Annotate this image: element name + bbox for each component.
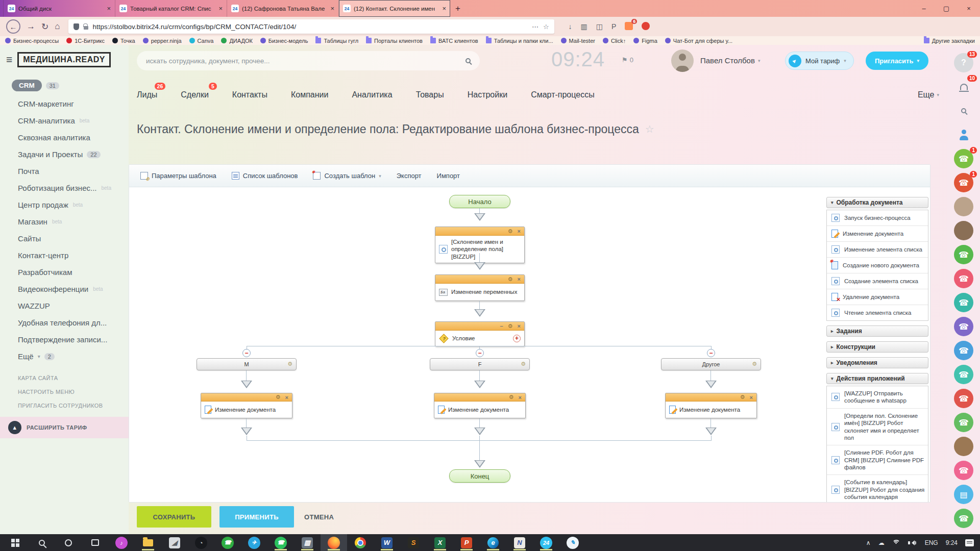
chrome[interactable] xyxy=(347,534,374,551)
sidebar-item[interactable]: CRM-маркетинг xyxy=(0,95,129,112)
browser-tab[interactable]: 24 Общий диск × xyxy=(3,0,115,17)
tray-chevron-icon[interactable]: ∧ xyxy=(866,539,871,546)
node-delete-icon[interactable]: × xyxy=(519,394,522,400)
branch-settings-gear-icon[interactable]: ⚙ xyxy=(521,361,526,367)
work-time-clock[interactable]: 09:24 xyxy=(551,48,605,71)
edge[interactable]: e xyxy=(480,534,506,551)
chat-contact-button[interactable] xyxy=(954,221,973,240)
sidebar-item[interactable]: WAZZUP xyxy=(0,297,129,314)
activity-list-item[interactable]: [Определи пол. Склонение имён] [BIZZUP] … xyxy=(827,409,928,446)
bp-node-condition[interactable]: – ⚙ × Условие + xyxy=(435,321,525,346)
sidebar-toggle-icon[interactable]: ◫ xyxy=(596,22,603,31)
panel-section-notifications[interactable]: ▸ Уведомления xyxy=(826,357,928,368)
bp-node-edit-document[interactable]: ⚙ × Изменение документа xyxy=(434,393,526,418)
firefox[interactable] xyxy=(321,534,347,551)
branch-settings-gear-icon[interactable]: ⚙ xyxy=(287,361,292,367)
cortana[interactable] xyxy=(55,534,82,551)
sidebar-item[interactable]: Разработчикам xyxy=(0,264,129,281)
crm-nav-item[interactable]: Лиды 26 xyxy=(137,90,157,99)
node-delete-icon[interactable]: × xyxy=(518,228,521,234)
tracking-protection-shield-icon[interactable] xyxy=(74,23,79,30)
support-button[interactable]: ? 13 xyxy=(954,53,973,72)
branch-header[interactable]: Другое ⚙ xyxy=(661,358,761,370)
bookmark[interactable]: Click↑ xyxy=(603,38,626,44)
bp-end-node[interactable]: Конец xyxy=(449,469,510,483)
powerpoint[interactable]: P xyxy=(453,534,480,551)
sidebar-item[interactable]: Видеоконференцииbeta xyxy=(0,281,129,297)
tab-close-icon[interactable]: × xyxy=(442,5,446,12)
panel-section-tasks[interactable]: ▸ Задания xyxy=(826,325,928,337)
create-template-button[interactable]: Создать шаблон ▾ xyxy=(313,172,381,180)
branch-header[interactable]: M ⚙ xyxy=(197,358,297,370)
bookmark[interactable]: ДИАДОК xyxy=(221,38,252,44)
chat-contact-button[interactable]: ☎ xyxy=(954,341,973,360)
activity-list-item[interactable]: Создание нового документа xyxy=(827,258,928,273)
new-tab-button[interactable]: + xyxy=(450,0,465,17)
cancel-button[interactable]: ОТМЕНА xyxy=(304,513,334,521)
drawing-app[interactable]: ✎ xyxy=(559,534,586,551)
bp-node-edit-document[interactable]: ⚙ × Изменение документа xyxy=(665,393,757,418)
template-params-button[interactable]: Параметры шаблона xyxy=(140,172,216,180)
my-tariff-button[interactable]: ▲ Мой тариф ▾ xyxy=(785,52,854,70)
bp-node-edit-document[interactable]: ⚙ × Изменение документа xyxy=(201,393,292,418)
invite-button[interactable]: Пригласить ▾ xyxy=(866,52,928,70)
activity-list-item[interactable]: Изменение элемента списка xyxy=(827,242,928,258)
save-button[interactable]: СОХРАНИТЬ xyxy=(137,506,211,528)
bp-designer-canvas[interactable]: Начало ⚙ × [Склонение имен и определение… xyxy=(129,188,930,502)
favorite-star-icon[interactable]: ☆ xyxy=(645,123,654,135)
address-bar[interactable]: https://stolbov.bitrix24.ru/crm/configs/… xyxy=(68,19,554,34)
panel-section-document-processing[interactable]: ▾ Обработка документа xyxy=(826,197,928,208)
bookmark[interactable]: Figma xyxy=(633,38,657,44)
import-button[interactable]: Импорт xyxy=(437,172,460,180)
apply-button[interactable]: ПРИМЕНИТЬ xyxy=(219,506,294,528)
crm-nav-item[interactable]: Сделки 5 xyxy=(181,90,209,99)
portal-logo[interactable]: МЕДИЦИНА.READY xyxy=(17,52,111,67)
activity-list-item[interactable]: [WAZZUP] Отправить сообщение в whatsapp xyxy=(827,386,928,409)
global-search[interactable] xyxy=(137,51,480,70)
activity-list-item[interactable]: [Слияние PDF. Робот для CRM] [BIZZUP] Сл… xyxy=(827,445,928,475)
reload-button[interactable]: ↻ xyxy=(41,21,48,32)
export-button[interactable]: Экспорт xyxy=(397,172,422,180)
volume-icon[interactable] xyxy=(908,539,917,546)
bookmark[interactable]: pepper.ninja xyxy=(143,38,182,44)
onedrive-icon[interactable]: ☁ xyxy=(878,539,885,546)
node-collapse-icon[interactable]: – xyxy=(500,323,503,329)
chat-contact-button[interactable]: ☎ xyxy=(954,365,973,384)
chat-contact-button[interactable]: ☎ 1 xyxy=(954,149,973,168)
browser-tab[interactable]: 24 (12) Контакт. Склонение имен × xyxy=(338,0,450,17)
sidebar-item[interactable]: Удобная телефония дл... xyxy=(0,314,129,331)
bp-node-set-variables[interactable]: ⚙ × Изменение переменных xyxy=(435,274,525,301)
node-delete-icon[interactable]: × xyxy=(285,394,288,400)
activity-list-item[interactable]: Чтение элемента списка xyxy=(827,305,928,320)
excel[interactable]: X xyxy=(427,534,453,551)
node-settings-gear-icon[interactable]: ⚙ xyxy=(508,323,513,330)
bookmark[interactable]: Чат-Бот для сферы у... xyxy=(665,38,732,44)
sidebar-footer-link[interactable]: КАРТА САЙТА xyxy=(18,375,129,381)
sidebar-item[interactable]: Сквозная аналитика xyxy=(0,129,129,146)
menu-hamburger-icon[interactable]: ≡ xyxy=(6,54,12,66)
chat-contact-button[interactable]: ☎ xyxy=(954,269,973,288)
crm-nav-item[interactable]: Аналитика xyxy=(352,90,392,99)
sublime-text[interactable]: S xyxy=(400,534,427,551)
sidebar-item[interactable]: Почта xyxy=(0,163,129,180)
sidebar-item[interactable]: Роботизация бизнес...beta xyxy=(0,180,129,196)
branch-header[interactable]: F ⚙ xyxy=(430,358,530,370)
crm-nav-item[interactable]: Товары xyxy=(416,90,444,99)
sidebar-item[interactable]: CRM 31 xyxy=(0,76,129,95)
bookmark[interactable]: Таблицы гугл xyxy=(315,38,358,44)
bookmark[interactable]: Таблицы и папки кли... xyxy=(486,38,553,44)
tray-clock[interactable]: 9:24 xyxy=(946,539,958,546)
alarms-clock[interactable]: ◔ xyxy=(188,534,214,551)
taskbar-search[interactable] xyxy=(29,534,55,551)
panel-section-app-actions[interactable]: ▾ Действия приложений xyxy=(826,373,928,384)
chat-contact-button[interactable]: ☎ xyxy=(954,245,973,264)
node-settings-gear-icon[interactable]: ⚙ xyxy=(276,394,281,400)
chat-contact-button[interactable]: ☎ xyxy=(954,413,973,432)
node-settings-gear-icon[interactable]: ⚙ xyxy=(508,228,513,235)
extension-red-icon[interactable] xyxy=(642,22,650,32)
other-bookmarks-button[interactable]: Другие закладки xyxy=(924,38,975,44)
sidebar-item[interactable]: Центр продажbeta xyxy=(0,196,129,213)
node-settings-gear-icon[interactable]: ⚙ xyxy=(509,394,514,400)
sidebar-item[interactable]: Ещё ▾ 2 xyxy=(0,348,129,365)
forward-button[interactable]: → xyxy=(27,21,35,32)
